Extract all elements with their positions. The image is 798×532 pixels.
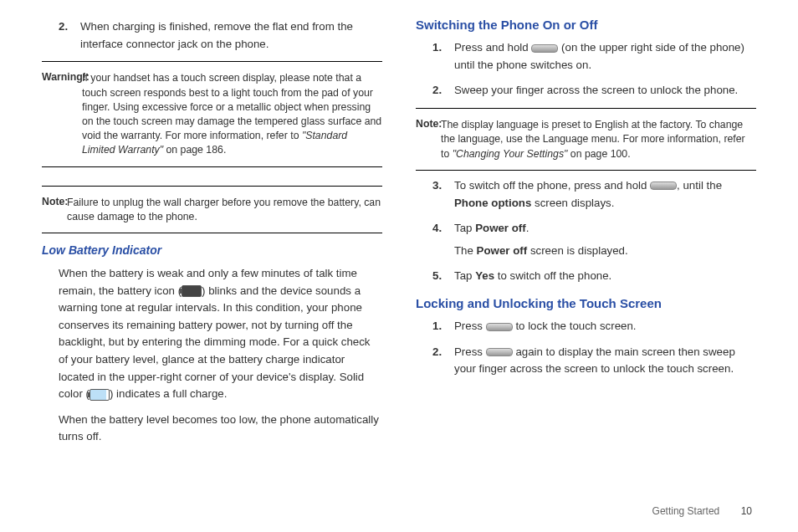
subheading-switching: Switching the Phone On or Off <box>416 15 756 34</box>
warning-box: Warning!: If your handset has a touch sc… <box>42 69 382 159</box>
step-number: 2. <box>432 344 454 378</box>
battery-empty-icon <box>182 285 202 297</box>
list-item: 5. Tap Yes to switch off the phone. <box>432 268 756 285</box>
note-label: Note: <box>416 118 442 130</box>
page-footer: Getting Started 10 <box>652 505 752 517</box>
text: ) indicates a full charge. <box>110 387 227 400</box>
step-number: 3. <box>432 177 454 212</box>
bold-text: Yes <box>475 269 494 282</box>
paragraph: When the battery level becomes too low, … <box>59 412 382 446</box>
text: ) blinks and the device sounds a warning… <box>59 284 371 401</box>
right-column: Switching the Phone On or Off 1. Press a… <box>416 15 756 500</box>
note-text: The display language is preset to Englis… <box>441 118 756 161</box>
bold-text: Power off <box>477 244 528 257</box>
text: screen is displayed. <box>527 244 627 257</box>
page-number: 10 <box>741 505 752 517</box>
warning-text: If your handset has a touch screen displ… <box>82 71 382 157</box>
note-text: Failure to unplug the wall charger befor… <box>67 196 382 224</box>
step-number: 5. <box>432 268 454 285</box>
step-text: Press to lock the touch screen. <box>454 318 756 335</box>
step-number: 2. <box>59 18 80 53</box>
text: Press <box>454 345 486 358</box>
power-button-icon <box>486 323 513 331</box>
text: Tap <box>454 222 475 234</box>
battery-full-icon <box>90 389 110 401</box>
bold-text: Phone options <box>454 197 531 209</box>
list-item: 1. Press to lock the touch screen. <box>432 318 756 335</box>
list-item: 2. Press again to display the main scree… <box>432 344 756 378</box>
text: Tap <box>454 269 475 282</box>
list-item: 2. When charging is finished, remove the… <box>59 18 382 53</box>
text: to lock the touch screen. <box>513 320 637 332</box>
text: Press and hold <box>454 41 531 54</box>
text: The <box>454 244 477 257</box>
bold-text: Power off <box>475 222 526 234</box>
page-content: 2. When charging is finished, remove the… <box>0 0 798 500</box>
note-box: Note: Failure to unplug the wall charger… <box>42 193 382 227</box>
text: Press <box>454 320 486 332</box>
subheading-locking: Locking and Unlocking the Touch Screen <box>416 294 756 313</box>
step-number: 1. <box>432 39 454 74</box>
divider <box>416 170 756 171</box>
power-button-icon <box>486 348 513 356</box>
step-number: 4. <box>432 220 454 259</box>
subheading-low-battery: Low Battery Indicator <box>42 242 382 260</box>
text: , until the <box>677 179 722 192</box>
list-item: 3. To switch off the phone, press and ho… <box>432 177 756 212</box>
step-text: Sweep your finger across the screen to u… <box>454 82 756 100</box>
divider <box>416 108 756 109</box>
text: To switch off the phone, press and hold <box>454 179 650 192</box>
step-number: 2. <box>432 82 454 100</box>
reference-link: "Changing Your Settings" <box>453 148 568 160</box>
step-text: Press again to display the main screen t… <box>454 344 756 378</box>
divider <box>42 166 382 167</box>
section-name: Getting Started <box>652 505 720 517</box>
paragraph: When the battery is weak and only a few … <box>59 265 382 403</box>
text: on page 186. <box>163 144 226 156</box>
divider <box>42 233 382 233</box>
text: screen displays. <box>531 197 614 209</box>
step-text: Tap Yes to switch off the phone. <box>454 268 756 285</box>
left-column: 2. When charging is finished, remove the… <box>42 15 382 500</box>
step-text: Tap Power off. The Power off screen is d… <box>454 220 756 259</box>
divider <box>42 186 382 187</box>
step-number: 1. <box>432 318 454 335</box>
step-text: Press and hold (on the upper right side … <box>454 39 756 74</box>
list-item: 4. Tap Power off. The Power off screen i… <box>432 220 756 259</box>
power-button-icon <box>650 182 677 190</box>
note-box: Note: The display language is preset to … <box>416 115 756 163</box>
text: to switch off the phone. <box>494 269 611 282</box>
note-label: Note: <box>42 196 68 207</box>
list-item: 1. Press and hold (on the upper right si… <box>432 39 756 74</box>
text: on page 100. <box>567 148 630 160</box>
power-button-icon <box>531 44 558 53</box>
step-text: When charging is finished, remove the fl… <box>80 18 382 53</box>
step-text: To switch off the phone, press and hold … <box>454 177 756 212</box>
list-item: 2. Sweep your finger across the screen t… <box>432 82 756 100</box>
divider <box>42 61 382 62</box>
text: . <box>526 222 529 234</box>
